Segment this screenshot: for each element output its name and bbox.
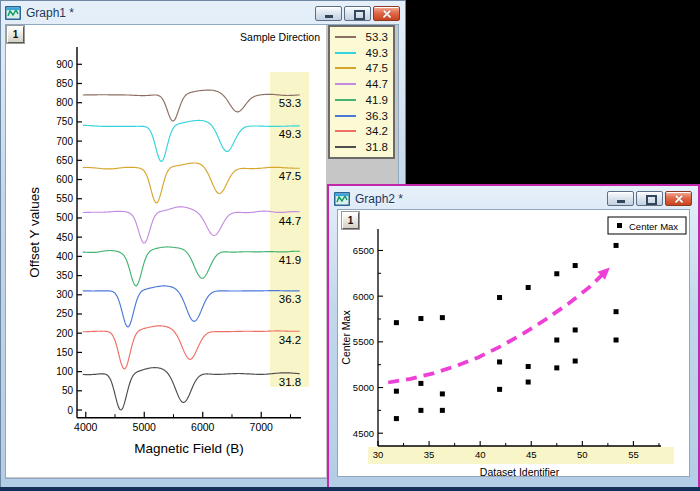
graph2-window: Graph2 * 1 45005000550060006500303540455…	[327, 184, 700, 489]
svg-text:600: 600	[56, 174, 73, 185]
svg-text:31.8: 31.8	[279, 376, 301, 388]
legend-entry: 49.3	[335, 45, 388, 61]
legend-label: 34.2	[356, 125, 388, 137]
svg-text:450: 450	[56, 232, 73, 243]
legend-label: 49.3	[356, 47, 388, 59]
desktop-bottom-edge	[0, 487, 700, 491]
svg-text:100: 100	[56, 366, 73, 377]
graph1-plot: Sample Direction050100150200250300350400…	[6, 25, 326, 477]
svg-text:45: 45	[526, 449, 537, 460]
svg-text:350: 350	[56, 270, 73, 281]
svg-text:4500: 4500	[353, 428, 374, 439]
legend-entry: 41.9	[335, 92, 388, 108]
svg-text:Center Max: Center Max	[340, 310, 352, 365]
svg-text:47.5: 47.5	[279, 170, 301, 182]
svg-text:Dataset Identifier: Dataset Identifier	[480, 466, 560, 477]
svg-text:500: 500	[56, 212, 73, 223]
svg-text:Sample Direction: Sample Direction	[240, 31, 320, 43]
legend-line-swatch	[335, 130, 356, 132]
svg-text:5000: 5000	[353, 382, 374, 393]
svg-text:41.9: 41.9	[279, 254, 301, 266]
graph2-client-area: 1 45005000550060006500303540455055Center…	[337, 209, 690, 477]
window-title: Graph2 *	[355, 192, 607, 206]
minimize-button[interactable]	[607, 191, 634, 206]
legend-entry: 47.5	[335, 61, 388, 77]
graph2-titlebar[interactable]: Graph2 *	[330, 188, 696, 209]
svg-text:800: 800	[56, 97, 73, 108]
legend-label: 44.7	[356, 78, 388, 90]
graph1-legend[interactable]: 53.349.347.544.741.936.334.231.8	[328, 25, 395, 159]
svg-text:750: 750	[56, 116, 73, 127]
legend-label: 53.3	[356, 31, 388, 43]
svg-text:49.3: 49.3	[279, 128, 301, 140]
restore-button[interactable]	[636, 191, 663, 206]
legend-line-swatch	[335, 36, 356, 38]
layer-1-badge[interactable]: 1	[7, 26, 24, 43]
svg-text:550: 550	[56, 193, 73, 204]
close-button[interactable]	[373, 6, 400, 21]
legend-label: 36.3	[356, 110, 388, 122]
minimize-button[interactable]	[315, 6, 342, 21]
close-button[interactable]	[665, 191, 692, 206]
svg-text:6000: 6000	[353, 291, 374, 302]
svg-text:34.2: 34.2	[279, 334, 301, 346]
svg-text:55: 55	[628, 449, 639, 460]
svg-text:6000: 6000	[191, 421, 215, 433]
svg-text:900: 900	[56, 59, 73, 70]
minimize-icon	[325, 15, 333, 18]
legend-entry: 44.7	[335, 76, 388, 92]
graph1-page: Sample Direction050100150200250300350400…	[6, 25, 326, 477]
svg-text:150: 150	[56, 347, 73, 358]
legend-line-swatch	[335, 52, 356, 54]
restore-icon	[646, 195, 657, 205]
svg-text:200: 200	[56, 328, 73, 339]
svg-text:35: 35	[424, 449, 435, 460]
svg-text:7000: 7000	[250, 421, 274, 433]
svg-text:4000: 4000	[74, 421, 98, 433]
legend-line-swatch	[335, 146, 356, 148]
legend-entry: 36.3	[335, 108, 388, 124]
svg-text:700: 700	[56, 136, 73, 147]
legend-entry: 31.8	[335, 139, 388, 155]
svg-text:30: 30	[373, 449, 384, 460]
minimize-icon	[617, 200, 625, 203]
legend-line-swatch	[335, 83, 356, 85]
svg-text:44.7: 44.7	[279, 215, 301, 227]
svg-text:36.3: 36.3	[279, 293, 301, 305]
restore-button[interactable]	[344, 6, 371, 21]
restore-icon	[354, 10, 365, 20]
graph2-plot: 45005000550060006500303540455055Center M…	[338, 210, 690, 477]
window-title: Graph1 *	[26, 6, 315, 20]
svg-text:250: 250	[56, 308, 73, 319]
svg-text:Center Max: Center Max	[629, 221, 678, 232]
svg-text:40: 40	[475, 449, 486, 460]
svg-text:650: 650	[56, 155, 73, 166]
svg-text:5000: 5000	[133, 421, 157, 433]
svg-text:0: 0	[67, 405, 73, 416]
svg-text:5500: 5500	[353, 336, 374, 347]
legend-entry: 53.3	[335, 29, 388, 45]
svg-text:50: 50	[62, 385, 74, 396]
graph1-titlebar[interactable]: Graph1 *	[1, 2, 404, 24]
svg-text:53.3: 53.3	[279, 97, 301, 109]
graph-window-icon	[5, 6, 21, 20]
legend-label: 41.9	[356, 94, 388, 106]
legend-line-swatch	[335, 115, 356, 117]
svg-text:400: 400	[56, 251, 73, 262]
legend-label: 47.5	[356, 62, 388, 74]
svg-text:6500: 6500	[353, 245, 374, 256]
graph2-page: 45005000550060006500303540455055Center M…	[338, 210, 690, 477]
legend-line-swatch	[335, 67, 356, 69]
svg-text:850: 850	[56, 78, 73, 89]
legend-entry: 34.2	[335, 124, 388, 140]
svg-text:Offset Y values: Offset Y values	[27, 187, 42, 278]
legend-label: 31.8	[356, 141, 388, 153]
graph-window-icon	[334, 192, 350, 206]
legend-line-swatch	[335, 99, 356, 101]
svg-text:300: 300	[56, 289, 73, 300]
svg-text:Magnetic Field (B): Magnetic Field (B)	[134, 441, 244, 456]
svg-text:50: 50	[577, 449, 588, 460]
layer-1-badge[interactable]: 1	[342, 212, 359, 229]
